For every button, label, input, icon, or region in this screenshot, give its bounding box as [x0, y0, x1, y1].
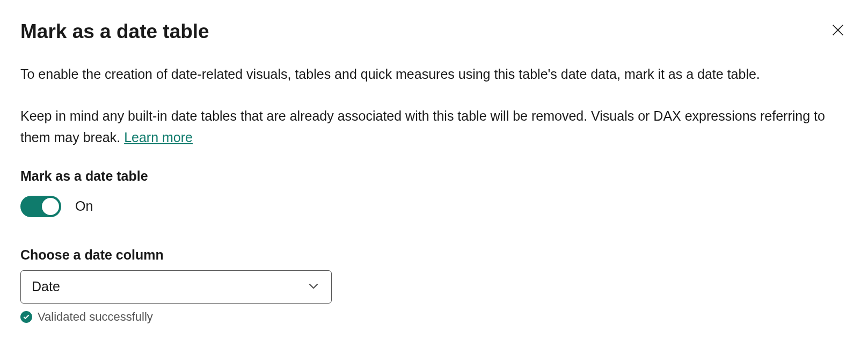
- column-section-label: Choose a date column: [20, 247, 848, 263]
- date-column-dropdown[interactable]: Date: [20, 270, 332, 304]
- check-circle-icon: [20, 311, 32, 323]
- chevron-down-icon: [307, 279, 320, 295]
- close-button[interactable]: [828, 20, 848, 40]
- dialog-title: Mark as a date table: [20, 20, 209, 43]
- toggle-state-label: On: [75, 198, 93, 214]
- toggle-row: On: [20, 196, 848, 217]
- learn-more-link[interactable]: Learn more: [124, 130, 193, 145]
- validation-message: Validated successfully: [38, 310, 153, 324]
- mark-as-date-table-toggle[interactable]: [20, 196, 61, 217]
- toggle-thumb: [42, 198, 59, 215]
- close-icon: [830, 23, 845, 38]
- validation-row: Validated successfully: [20, 310, 848, 324]
- dialog-description-line-1: To enable the creation of date-related v…: [20, 64, 848, 85]
- toggle-section-label: Mark as a date table: [20, 168, 848, 184]
- dialog-description-line-2: Keep in mind any built-in date tables th…: [20, 105, 836, 148]
- dialog-header: Mark as a date table: [20, 20, 848, 43]
- dropdown-selected-value: Date: [32, 279, 60, 294]
